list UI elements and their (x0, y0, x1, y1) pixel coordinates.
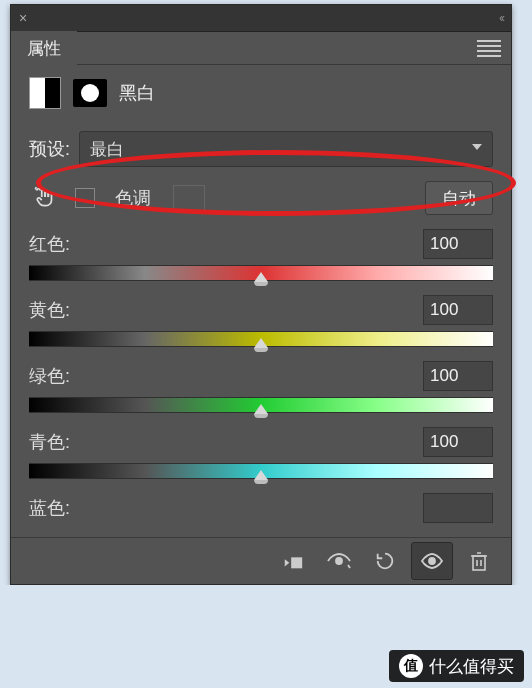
collapse-icon[interactable]: ‹‹ (499, 11, 503, 25)
visibility-icon[interactable] (411, 542, 453, 580)
slider-4: 蓝色: (29, 493, 493, 523)
reset-icon[interactable] (365, 543, 405, 579)
slider-label: 青色: (29, 430, 423, 454)
layer-mask-icon (73, 79, 107, 107)
auto-button[interactable]: 自动 (425, 181, 493, 215)
slider-value-input[interactable] (423, 361, 493, 391)
slider-value-input[interactable] (423, 229, 493, 259)
titlebar: × ‹‹ (11, 5, 511, 32)
slider-3: 青色: (29, 427, 493, 479)
scrub-icon[interactable] (29, 182, 61, 214)
svg-rect-0 (291, 557, 302, 568)
tint-checkbox[interactable] (75, 188, 95, 208)
svg-point-1 (336, 558, 342, 564)
slider-label: 黄色: (29, 298, 423, 322)
menu-icon[interactable] (477, 38, 501, 58)
slider-track[interactable] (29, 331, 493, 347)
slider-label: 蓝色: (29, 496, 423, 520)
slider-track[interactable] (29, 463, 493, 479)
preset-value: 最白 (90, 138, 124, 161)
slider-value-input[interactable] (423, 427, 493, 457)
bw-adjustment-icon (29, 77, 61, 109)
slider-value-input[interactable] (423, 493, 493, 523)
tint-swatch[interactable] (173, 185, 205, 211)
slider-2: 绿色: (29, 361, 493, 413)
slider-1: 黄色: (29, 295, 493, 347)
trash-icon[interactable] (459, 543, 499, 579)
slider-track[interactable] (29, 397, 493, 413)
slider-label: 红色: (29, 232, 423, 256)
tint-label: 色调 (115, 186, 151, 210)
slider-value-input[interactable] (423, 295, 493, 325)
tab-row: 属性 (11, 32, 511, 65)
slider-track[interactable] (29, 265, 493, 281)
properties-panel: × ‹‹ 属性 黑白 预设: 最白 色调 自动 红色: (10, 4, 512, 585)
view-previous-icon[interactable] (319, 543, 359, 579)
clip-to-layer-icon[interactable] (273, 543, 313, 579)
close-icon[interactable]: × (19, 10, 27, 26)
svg-point-2 (429, 558, 435, 564)
tab-properties[interactable]: 属性 (11, 31, 77, 66)
panel-footer (11, 537, 511, 584)
adjustment-title: 黑白 (119, 81, 155, 105)
slider-0: 红色: (29, 229, 493, 281)
preset-label: 预设: (29, 137, 79, 161)
slider-label: 绿色: (29, 364, 423, 388)
preset-select[interactable]: 最白 (79, 131, 493, 167)
chevron-down-icon (472, 144, 482, 150)
svg-rect-3 (473, 556, 485, 570)
